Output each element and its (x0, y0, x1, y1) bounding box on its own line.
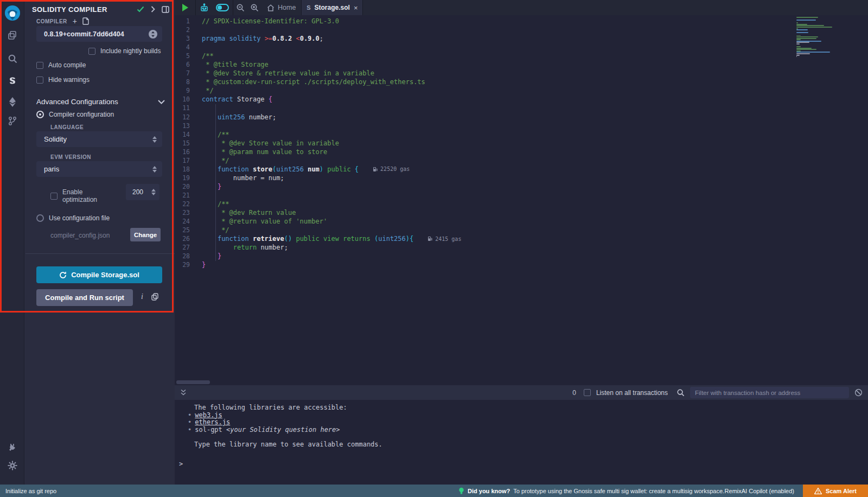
horizontal-scrollbar[interactable] (176, 380, 210, 384)
compiler-configuration-radio-row[interactable]: Compiler configuration (36, 111, 114, 118)
sidebar-item-plugin-manager[interactable] (0, 438, 24, 457)
files-icon (8, 30, 17, 40)
code-line[interactable]: 26 function retrieve() public view retur… (175, 234, 868, 243)
zoom-out-button[interactable] (233, 0, 247, 15)
library-link[interactable]: web3.js (195, 411, 222, 419)
close-tab-icon[interactable]: × (354, 4, 358, 12)
code-line[interactable]: 10contract Storage { (175, 95, 868, 104)
code-line[interactable]: 5/** (175, 52, 868, 60)
minimap[interactable] (796, 17, 843, 58)
copy-icon[interactable] (151, 293, 158, 303)
change-config-button[interactable]: Change (130, 228, 161, 241)
code-line[interactable]: 7 * @dev Store & retrieve value in a var… (175, 69, 868, 78)
code-line[interactable]: 13 (175, 122, 868, 130)
code-line[interactable]: 3pragma solidity >=0.8.2 <0.9.0; (175, 34, 868, 43)
git-init-status[interactable]: Initialize as git repo (5, 488, 56, 494)
enable-optimization-checkbox[interactable] (50, 193, 58, 200)
minimap-line (796, 17, 818, 18)
code-line[interactable]: 8 * @custom:dev-run-script ./scripts/dep… (175, 78, 868, 86)
code-line[interactable]: 20 } (175, 182, 868, 191)
listen-all-transactions-checkbox[interactable] (584, 389, 591, 396)
enable-optimization-checkbox-row[interactable]: Enableoptimization (50, 188, 97, 203)
sidebar-item-search[interactable] (0, 49, 24, 68)
use-config-file-radio-row[interactable]: Use configuration file (36, 214, 110, 222)
solidity-compiler-icon (8, 75, 17, 86)
active-plugin-indicator (0, 72, 2, 88)
code-line[interactable]: 22 /** (175, 200, 868, 208)
listen-all-transactions-label: Listen on all transactions (596, 389, 668, 397)
code-line[interactable]: 29} (175, 260, 868, 269)
code-line[interactable]: 28 } (175, 252, 868, 260)
line-number: 28 (175, 252, 202, 260)
code-line[interactable]: 11 (175, 104, 868, 112)
compiler-version-select[interactable]: 0.8.19+commit.7dd6d404 (36, 26, 162, 42)
ai-copilot-button[interactable] (196, 0, 212, 15)
clear-console-icon[interactable] (854, 388, 863, 397)
advanced-configurations-toggle[interactable]: Advanced Configurations (36, 98, 165, 106)
compiler-configuration-radio[interactable] (36, 111, 44, 118)
language-select[interactable]: Solidity (36, 131, 162, 147)
compile-button[interactable]: Compile Storage.sol (36, 266, 162, 283)
play-icon (182, 4, 188, 11)
evm-version-select[interactable]: paris (36, 161, 162, 177)
compile-and-run-button[interactable]: Compile and Run script (36, 289, 133, 306)
code-line[interactable]: 15 * @dev Store value in variable (175, 139, 868, 148)
auto-compile-checkbox[interactable] (36, 62, 43, 69)
code-line[interactable]: 23 * @dev Return value (175, 208, 868, 217)
zoom-in-button[interactable] (247, 0, 261, 15)
auto-compile-checkbox-row[interactable]: Auto compile (36, 61, 86, 69)
code-line[interactable]: 25 */ (175, 226, 868, 234)
sidebar-item-settings[interactable] (0, 456, 24, 475)
nightly-builds-checkbox[interactable] (88, 48, 95, 55)
remix-logo[interactable] (0, 3, 24, 23)
transaction-filter-input[interactable] (690, 387, 849, 398)
code-line[interactable]: 21 (175, 191, 868, 200)
nightly-builds-checkbox-row[interactable]: Include nightly builds (88, 47, 161, 55)
hide-warnings-checkbox[interactable] (36, 77, 43, 84)
open-file-icon[interactable] (82, 17, 90, 25)
lightbulb-icon (458, 487, 464, 495)
sidebar-item-solidity-compiler[interactable] (0, 71, 24, 90)
run-script-button[interactable] (175, 0, 195, 15)
hide-warnings-checkbox-row[interactable]: Hide warnings (36, 76, 90, 84)
minimap-line (796, 29, 808, 30)
code-line[interactable]: 19 number = num; (175, 174, 868, 182)
sidebar-item-file-explorer[interactable] (0, 26, 24, 44)
copilot-toggle[interactable] (212, 0, 233, 15)
code-line[interactable]: 18 function store(uint256 num) public {2… (175, 165, 868, 174)
add-compiler-icon[interactable]: + (73, 17, 77, 26)
code-line[interactable]: 6 * @title Storage (175, 60, 868, 69)
compiler-section-label: COMPILER (36, 18, 67, 24)
library-link[interactable]: ethers.js (195, 418, 230, 426)
code-line[interactable]: 17 */ (175, 156, 868, 165)
tip-title: Did you know? (468, 488, 510, 494)
forward-chevron-icon[interactable] (151, 6, 155, 12)
terminal-prompt[interactable]: > (179, 460, 183, 468)
scam-alert-button[interactable]: Scam Alert (803, 485, 868, 497)
code-line[interactable]: 24 * @return value of 'number' (175, 217, 868, 226)
code-line[interactable]: 9 */ (175, 86, 868, 95)
home-tab-label: Home (278, 4, 296, 11)
code-editor[interactable]: 1// SPDX-License-Identifier: GPL-3.023pr… (175, 15, 868, 385)
sidebar-item-deploy-run[interactable] (0, 93, 24, 111)
terminal-collapse-button[interactable] (180, 389, 187, 396)
line-number: 26 (175, 235, 202, 243)
use-config-file-radio[interactable] (36, 214, 44, 222)
code-line[interactable]: 1// SPDX-License-Identifier: GPL-3.0 (175, 17, 868, 26)
pin-panel-icon[interactable] (162, 6, 169, 13)
code-line[interactable]: 4 (175, 43, 868, 52)
gas-estimate-badge: 2415 gas (427, 236, 461, 242)
code-line[interactable]: 2 (175, 26, 868, 34)
tab-storage-sol[interactable]: S Storage.sol × (302, 0, 362, 15)
code-line[interactable]: 12 uint256 number; (175, 113, 868, 122)
line-number: 2 (175, 26, 202, 34)
code-line[interactable]: 14 /** (175, 130, 868, 139)
sidebar-item-git[interactable] (0, 112, 24, 130)
code-line[interactable]: 27 return number; (175, 243, 868, 252)
info-icon[interactable]: i (141, 292, 143, 301)
home-tab[interactable]: Home (261, 0, 301, 15)
terminal-output[interactable]: The following libraries are accessible:•… (175, 400, 868, 485)
optimization-runs-input[interactable]: 200 (126, 184, 159, 200)
minimap-line (796, 43, 800, 44)
code-line[interactable]: 16 * @param num value to store (175, 148, 868, 156)
